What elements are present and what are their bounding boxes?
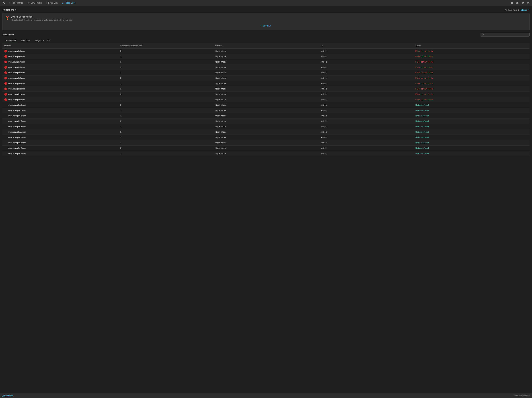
tab-domain-view[interactable]: Domain view xyxy=(2,38,19,43)
cell-extra xyxy=(519,49,530,54)
config-icon-btn[interactable] xyxy=(520,1,525,6)
cell-domain: ! www.example3.com xyxy=(2,81,118,86)
cell-extra xyxy=(519,146,530,151)
error-dot: ! xyxy=(4,93,7,96)
cell-domain: ! www.example1.com xyxy=(2,92,118,97)
error-dot: ! xyxy=(4,55,7,58)
sort-icon-status: ▾ xyxy=(421,45,422,47)
sort-icon-domain: ▾ xyxy=(11,45,12,47)
table-row[interactable]: www.example16.com 3 http://, https:// An… xyxy=(2,135,530,140)
nav-tab-app-size[interactable]: App Size xyxy=(44,0,60,6)
cell-scheme: http://, https:// xyxy=(213,75,319,81)
nav-tab-performance[interactable]: ↑ Performance xyxy=(6,0,25,6)
table-row[interactable]: www.example11.com 3 http://, https:// An… xyxy=(2,108,530,113)
nav-tab-cpu-profiler[interactable]: CPU Profiler xyxy=(25,0,44,6)
tab-path-view[interactable]: Path view xyxy=(19,38,32,43)
cell-extra xyxy=(519,65,530,70)
cell-domain: ! www.example8.com xyxy=(2,54,118,59)
cell-domain: www.example19.com xyxy=(2,151,118,156)
read-docs-link[interactable]: Read docs xyxy=(2,395,13,397)
cell-domain: www.example15.com xyxy=(2,129,118,135)
table-row[interactable]: ! www.example8.com 3 http://, https:// A… xyxy=(2,54,530,59)
cell-os: Android xyxy=(319,140,414,146)
col-header-os[interactable]: OS ▾ xyxy=(319,43,414,49)
cell-os: Android xyxy=(319,75,414,81)
cell-os: Android xyxy=(319,54,414,59)
table-row[interactable]: www.example17.com 3 http://, https:// An… xyxy=(2,140,530,146)
tab-single-url-view-label: Single URL view xyxy=(35,39,50,42)
cell-status: No issues found xyxy=(414,151,519,156)
cell-status: Failed domain checks xyxy=(414,54,519,59)
data-table-container[interactable]: Domain ▾ Number of associated path Schem xyxy=(2,43,530,391)
table-section: All deep links Domain view Path view Sin… xyxy=(2,33,530,391)
cell-domain: www.example12.com xyxy=(2,113,118,118)
cell-scheme: http://, https:// xyxy=(213,97,319,102)
col-header-status[interactable]: Status ▾ xyxy=(414,43,519,49)
table-row[interactable]: ! www.example1.com 3 http://, https:// A… xyxy=(2,92,530,97)
home-icon[interactable] xyxy=(1,1,6,6)
cell-os: Android xyxy=(319,49,414,54)
cell-domain: www.example11.com xyxy=(2,108,118,113)
table-row[interactable]: www.example13.com 3 http://, https:// An… xyxy=(2,118,530,124)
help-icon-btn[interactable] xyxy=(526,1,531,6)
col-header-scheme[interactable]: Scheme ▾ xyxy=(213,43,319,49)
cell-extra xyxy=(519,135,530,140)
cell-extra xyxy=(519,140,530,146)
table-row[interactable]: www.example12.com 3 http://, https:// An… xyxy=(2,113,530,118)
table-row[interactable]: www.example18.com 3 http://, https:// An… xyxy=(2,146,530,151)
variant-dropdown[interactable]: release xyxy=(520,9,530,11)
settings-icon-btn[interactable] xyxy=(509,1,514,6)
table-row[interactable]: www.example15.com 3 http://, https:// An… xyxy=(2,129,530,135)
spacer-dot xyxy=(4,120,7,123)
cell-status: Failed domain checks xyxy=(414,65,519,70)
fix-domain-button[interactable]: Fix domain xyxy=(260,24,272,28)
table-row[interactable]: ! www.example9.com 3 http://, https:// A… xyxy=(2,49,530,54)
col-header-domain[interactable]: Domain ▾ xyxy=(2,43,118,49)
cell-os: Android xyxy=(319,108,414,113)
cell-status: No issues found xyxy=(414,129,519,135)
cell-extra xyxy=(519,129,530,135)
cell-paths: 3 xyxy=(118,81,213,86)
tab-domain-view-label: Domain view xyxy=(5,39,16,42)
cell-paths: 3 xyxy=(118,102,213,108)
table-row[interactable]: www.example19.com 3 http://, https:// An… xyxy=(2,151,530,156)
cell-scheme: http://, https:// xyxy=(213,118,319,124)
sort-icon-scheme: ▾ xyxy=(222,45,223,47)
cell-status: Failed domain checks xyxy=(414,97,519,102)
nav-tab-deep-links[interactable]: Deep Links xyxy=(60,0,78,6)
table-row[interactable]: ! www.example7.com 3 http://, https:// A… xyxy=(2,59,530,65)
table-row[interactable]: ! www.example5.com 3 http://, https:// A… xyxy=(2,70,530,75)
cell-extra xyxy=(519,102,530,108)
cell-paths: 3 xyxy=(118,135,213,140)
table-row[interactable]: ! www.example6.com 3 http://, https:// A… xyxy=(2,65,530,70)
cell-extra xyxy=(519,108,530,113)
search-input[interactable] xyxy=(485,33,528,36)
warning-text-block: 10 domain not verified This affects all … xyxy=(11,16,72,21)
variant-value-text: release xyxy=(520,9,527,11)
view-tabs: Domain view Path view Single URL view xyxy=(2,38,530,43)
cell-os: Android xyxy=(319,92,414,97)
svg-rect-2 xyxy=(47,2,49,4)
cell-os: Android xyxy=(319,70,414,75)
table-row[interactable]: ! www.example0.com 3 http://, https:// A… xyxy=(2,97,530,102)
cell-domain: ! www.example5.com xyxy=(2,70,118,75)
error-dot: ! xyxy=(4,82,7,85)
nav-tab-deep-links-label: Deep Links xyxy=(65,2,76,4)
search-box[interactable] xyxy=(480,33,530,37)
notification-icon-btn[interactable] xyxy=(515,1,520,6)
cell-paths: 3 xyxy=(118,75,213,81)
read-docs-label: Read docs xyxy=(4,395,13,397)
table-row[interactable]: www.example10.com 3 http://, https:// An… xyxy=(2,102,530,108)
table-row[interactable]: ! www.example4.com 3 http://, https:// A… xyxy=(2,75,530,81)
spacer-dot xyxy=(4,114,7,117)
cell-domain: www.example17.com xyxy=(2,140,118,146)
cell-status: Failed domain checks xyxy=(414,70,519,75)
table-row[interactable]: ! www.example2.com 3 http://, https:// A… xyxy=(2,86,530,92)
cell-os: Android xyxy=(319,81,414,86)
error-dot: ! xyxy=(4,61,7,63)
col-header-paths[interactable]: Number of associated path xyxy=(118,43,213,49)
table-row[interactable]: www.example14.com 3 http://, https:// An… xyxy=(2,124,530,129)
warning-title: 10 domain not verified xyxy=(11,16,72,18)
tab-single-url-view[interactable]: Single URL view xyxy=(32,38,52,43)
table-row[interactable]: ! www.example3.com 3 http://, https:// A… xyxy=(2,81,530,86)
